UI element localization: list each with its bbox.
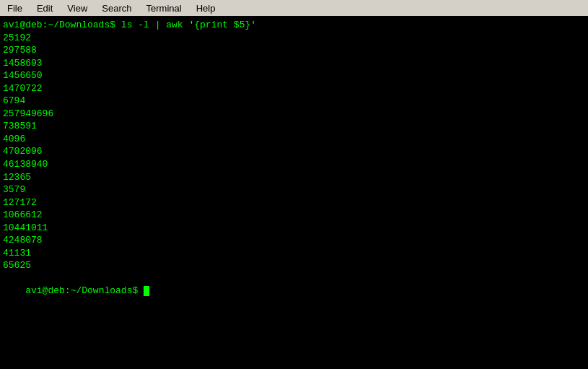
terminal-output-line: 65625 <box>3 259 585 272</box>
cursor <box>144 286 149 296</box>
menu-item-view[interactable]: View <box>63 1 92 15</box>
terminal-output-line: 1470722 <box>3 82 585 95</box>
terminal-output-line: 6794 <box>3 95 585 108</box>
menu-item-edit[interactable]: Edit <box>32 1 57 15</box>
prompt2-text: avi@deb:~/Downloads$ <box>25 285 144 296</box>
terminal-output-line: 4096 <box>3 133 585 146</box>
terminal-command-line: avi@deb:~/Downloads$ ls -l | awk '{print… <box>3 19 585 32</box>
terminal-output-line: 3579 <box>3 183 585 196</box>
menu-item-search[interactable]: Search <box>97 1 136 15</box>
terminal-area[interactable]: avi@deb:~/Downloads$ ls -l | awk '{print… <box>0 16 588 369</box>
terminal-output-line: 127172 <box>3 196 585 209</box>
terminal-output-line: 4248078 <box>3 234 585 247</box>
terminal-output-line: 10441011 <box>3 222 585 235</box>
terminal-output-line: 257949696 <box>3 108 585 121</box>
terminal-output-line: 25192 <box>3 32 585 45</box>
terminal-output-line: 1458693 <box>3 57 585 70</box>
terminal-output-line: 738591 <box>3 120 585 133</box>
terminal-output-line: 46138940 <box>3 158 585 171</box>
menubar: FileEditViewSearchTerminalHelp <box>0 0 588 16</box>
terminal-output-line: 12365 <box>3 171 585 184</box>
menu-item-help[interactable]: Help <box>192 1 220 15</box>
menu-item-file[interactable]: File <box>3 1 27 15</box>
terminal-output-line: 4702096 <box>3 145 585 158</box>
terminal-output-line: 297588 <box>3 44 585 57</box>
terminal-output-line: 41131 <box>3 247 585 260</box>
menu-item-terminal[interactable]: Terminal <box>142 1 186 15</box>
terminal-prompt-line: avi@deb:~/Downloads$ <box>3 272 585 311</box>
terminal-output-line: 1066612 <box>3 209 585 222</box>
terminal-output-line: 1456650 <box>3 69 585 82</box>
